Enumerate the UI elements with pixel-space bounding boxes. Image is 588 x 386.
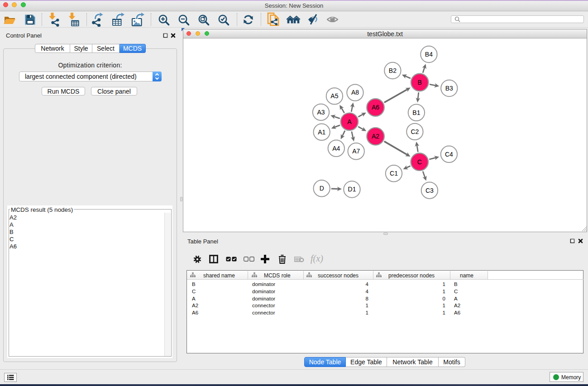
svg-text:A5: A5: [330, 92, 338, 100]
svg-text:C3: C3: [425, 187, 434, 194]
svg-text:A2: A2: [372, 133, 379, 140]
svg-text:B: B: [418, 79, 422, 86]
svg-text:A1: A1: [318, 129, 325, 136]
svg-text:A8: A8: [351, 89, 359, 96]
svg-text:A: A: [347, 118, 352, 125]
svg-text:B2: B2: [389, 67, 397, 74]
svg-text:D1: D1: [348, 186, 356, 193]
svg-text:A7: A7: [352, 148, 360, 155]
svg-text:C: C: [417, 158, 422, 166]
svg-text:B4: B4: [425, 51, 433, 58]
svg-text:A3: A3: [317, 109, 325, 116]
svg-text:D: D: [320, 185, 324, 192]
svg-text:B1: B1: [412, 109, 420, 116]
svg-text:B3: B3: [445, 85, 453, 92]
svg-text:C2: C2: [411, 128, 419, 135]
svg-text:C4: C4: [445, 151, 453, 158]
svg-text:A6: A6: [372, 104, 379, 111]
svg-text:A4: A4: [332, 145, 340, 152]
svg-text:C1: C1: [390, 170, 398, 177]
